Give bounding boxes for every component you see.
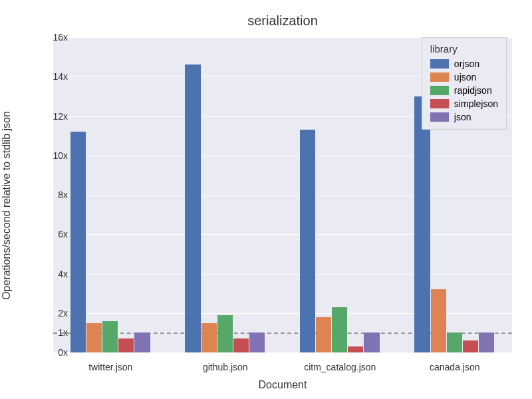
bar <box>86 323 102 352</box>
gridline <box>53 234 512 235</box>
bar <box>201 323 217 352</box>
bar <box>300 130 315 352</box>
x-axis-label: Document <box>53 379 512 391</box>
legend-label: rapidjson <box>454 85 492 96</box>
legend-label: simplejson <box>454 98 498 109</box>
bar <box>233 338 249 352</box>
gridline <box>53 156 512 156</box>
y-tick-label: 2x <box>28 308 68 319</box>
bar <box>332 307 347 352</box>
bar <box>316 317 331 352</box>
bar <box>364 332 379 352</box>
y-tick-label: 0x <box>28 347 68 358</box>
legend-item: json <box>430 110 498 124</box>
legend-item: rapidjson <box>430 84 498 97</box>
legend-title: library <box>430 43 498 55</box>
y-tick-label: 1x <box>28 327 68 338</box>
x-tick-label: citm_catalog.json <box>304 362 376 372</box>
gridline <box>53 352 512 353</box>
legend-label: json <box>454 112 471 122</box>
legend-swatch <box>430 112 449 122</box>
gridline <box>53 274 512 275</box>
y-tick-label: 10x <box>28 150 68 161</box>
bar <box>249 332 265 352</box>
bar <box>118 338 134 352</box>
legend-item: ujson <box>430 70 498 84</box>
x-tick-label: twitter.json <box>88 362 132 372</box>
y-tick-label: 6x <box>28 229 68 239</box>
bar <box>70 132 86 352</box>
bar <box>447 332 462 352</box>
legend-swatch <box>430 72 449 82</box>
legend-swatch <box>430 59 449 68</box>
legend-swatch <box>430 86 449 95</box>
bar <box>217 315 233 352</box>
x-tick-label: github.json <box>203 362 248 372</box>
bar <box>185 65 200 352</box>
y-tick-label: 16x <box>28 32 68 43</box>
bar <box>431 289 446 352</box>
legend-item: orjson <box>430 57 498 70</box>
y-tick-label: 12x <box>28 111 68 122</box>
legend-label: orjson <box>454 59 479 69</box>
y-tick-label: 14x <box>28 71 68 82</box>
bar <box>479 332 494 352</box>
bar <box>348 346 363 352</box>
legend-item: simplejson <box>430 97 498 110</box>
legend: library orjsonujsonrapidjsonsimplejsonjs… <box>422 37 507 130</box>
legend-label: ujson <box>454 72 476 82</box>
y-tick-label: 4x <box>28 269 68 279</box>
legend-swatch <box>430 99 449 108</box>
bar <box>414 96 430 352</box>
x-tick-label: canada.json <box>430 362 480 372</box>
chart-container: library orjsonujsonrapidjsonsimplejsonjs… <box>53 27 512 352</box>
bar <box>102 321 118 352</box>
y-tick-label: 8x <box>28 190 68 200</box>
y-axis-label: Operations/second relative to stdlib jso… <box>1 111 13 300</box>
bar <box>463 340 478 352</box>
bar <box>134 332 150 352</box>
gridline <box>53 195 512 196</box>
